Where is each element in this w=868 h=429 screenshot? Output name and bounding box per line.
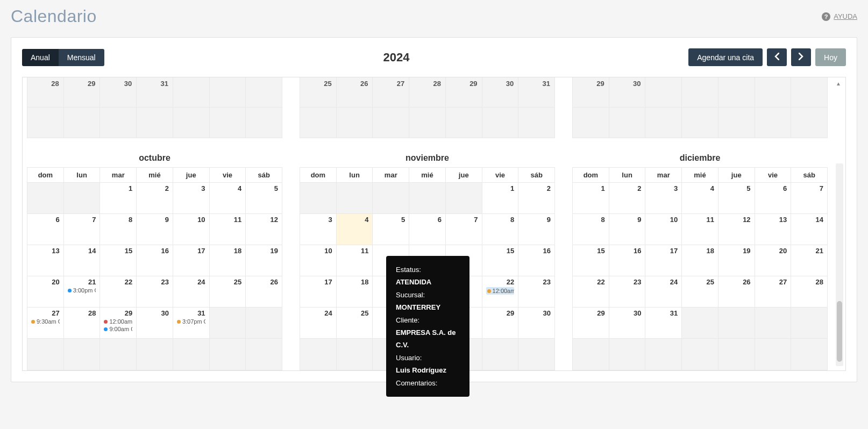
day-cell[interactable]: 20 bbox=[27, 276, 64, 307]
day-cell[interactable]: 2 bbox=[518, 183, 554, 213]
day-cell[interactable]: 21 bbox=[791, 245, 827, 276]
day-cell[interactable]: 29 bbox=[482, 308, 519, 338]
day-cell[interactable]: 30 bbox=[609, 308, 646, 338]
schedule-appointment-button[interactable]: Agendar una cita bbox=[688, 48, 763, 66]
day-cell[interactable]: 28 bbox=[791, 276, 827, 307]
day-cell[interactable]: 7 bbox=[446, 214, 482, 245]
day-cell[interactable]: 10 bbox=[645, 214, 682, 245]
day-cell[interactable]: 15 bbox=[573, 245, 609, 276]
day-cell[interactable]: 29 bbox=[573, 308, 609, 338]
day-cell[interactable]: 7 bbox=[64, 214, 101, 245]
event-item[interactable]: 9:30am C bbox=[31, 318, 60, 325]
day-cell[interactable]: 20 bbox=[755, 245, 792, 276]
day-cell[interactable]: 30 bbox=[137, 308, 173, 338]
day-cell[interactable]: 9 bbox=[137, 214, 173, 245]
prev-day[interactable]: 29 bbox=[573, 77, 609, 107]
day-cell[interactable]: 7 bbox=[791, 183, 827, 213]
prev-day[interactable]: 29 bbox=[446, 77, 482, 107]
day-cell[interactable]: 28 bbox=[64, 308, 101, 338]
day-cell[interactable]: 2 bbox=[137, 183, 173, 213]
day-cell[interactable]: 12 bbox=[246, 214, 282, 245]
day-cell[interactable]: 24 bbox=[645, 276, 682, 307]
day-cell[interactable]: 24 bbox=[300, 308, 337, 338]
day-cell[interactable]: 18 bbox=[682, 245, 718, 276]
day-cell-today[interactable]: 4 bbox=[337, 214, 373, 245]
day-cell[interactable]: 26 bbox=[246, 276, 282, 307]
prev-day[interactable]: 28 bbox=[409, 77, 446, 107]
day-cell[interactable]: 4 bbox=[682, 183, 718, 213]
day-cell[interactable]: 12 bbox=[718, 214, 755, 245]
day-cell[interactable]: 21 3:00pm C bbox=[64, 276, 101, 307]
event-item[interactable]: 9:00am C bbox=[104, 326, 132, 332]
day-cell[interactable]: 23 bbox=[518, 276, 554, 307]
day-cell[interactable]: 13 bbox=[27, 245, 64, 276]
day-cell[interactable]: 18 bbox=[337, 276, 373, 307]
day-cell[interactable]: 1 bbox=[100, 183, 137, 213]
prev-button[interactable] bbox=[767, 48, 787, 66]
day-cell[interactable]: 17 bbox=[300, 276, 337, 307]
day-cell[interactable]: 19 bbox=[718, 245, 755, 276]
day-cell[interactable]: 17 bbox=[173, 245, 210, 276]
day-cell[interactable]: 9 bbox=[609, 214, 646, 245]
prev-day[interactable]: 30 bbox=[609, 77, 646, 107]
day-cell[interactable]: 1 bbox=[573, 183, 609, 213]
day-cell[interactable]: 29 12:00am 9:00am C bbox=[100, 308, 137, 338]
day-cell[interactable]: 25 bbox=[337, 308, 373, 338]
day-cell[interactable]: 25 bbox=[682, 276, 718, 307]
day-cell[interactable]: 31 3:07pm C bbox=[173, 308, 210, 338]
day-cell[interactable]: 16 bbox=[609, 245, 646, 276]
day-cell[interactable]: 13 bbox=[755, 214, 792, 245]
prev-day[interactable]: 29 bbox=[64, 77, 101, 107]
day-cell[interactable]: 5 bbox=[373, 214, 409, 245]
day-cell[interactable]: 26 bbox=[718, 276, 755, 307]
prev-day[interactable]: 28 bbox=[27, 77, 64, 107]
day-cell[interactable]: 22 bbox=[573, 276, 609, 307]
day-cell[interactable]: 22 12:00am bbox=[482, 276, 519, 307]
scrollbar[interactable] bbox=[836, 163, 843, 366]
next-button[interactable] bbox=[791, 48, 811, 66]
day-cell[interactable]: 5 bbox=[718, 183, 755, 213]
scroll-up-icon[interactable]: ▲ bbox=[836, 81, 841, 87]
day-cell[interactable]: 4 bbox=[210, 183, 246, 213]
day-cell[interactable]: 8 bbox=[482, 214, 519, 245]
day-cell[interactable]: 22 bbox=[100, 276, 137, 307]
event-item[interactable]: 3:00pm C bbox=[68, 287, 96, 294]
day-cell[interactable]: 17 bbox=[645, 245, 682, 276]
today-button[interactable]: Hoy bbox=[815, 48, 846, 66]
day-cell[interactable]: 6 bbox=[409, 214, 446, 245]
day-cell[interactable]: 30 bbox=[518, 308, 554, 338]
prev-day[interactable]: 30 bbox=[100, 77, 137, 107]
day-cell[interactable]: 15 bbox=[482, 245, 519, 276]
prev-day[interactable]: 30 bbox=[482, 77, 519, 107]
event-item[interactable]: 12:00am bbox=[104, 318, 132, 325]
day-cell[interactable]: 11 bbox=[337, 245, 373, 276]
day-cell[interactable]: 14 bbox=[64, 245, 101, 276]
prev-day[interactable]: 25 bbox=[300, 77, 337, 107]
prev-day[interactable]: 26 bbox=[337, 77, 373, 107]
day-cell[interactable]: 27 9:30am C bbox=[27, 308, 64, 338]
day-cell[interactable]: 3 bbox=[173, 183, 210, 213]
prev-day[interactable]: 27 bbox=[373, 77, 409, 107]
day-cell[interactable]: 23 bbox=[137, 276, 173, 307]
day-cell[interactable]: 6 bbox=[27, 214, 64, 245]
view-mensual-button[interactable]: Mensual bbox=[59, 49, 104, 66]
day-cell[interactable]: 3 bbox=[645, 183, 682, 213]
event-item[interactable]: 3:07pm C bbox=[177, 318, 205, 325]
prev-day[interactable]: 31 bbox=[518, 77, 554, 107]
day-cell[interactable]: 18 bbox=[210, 245, 246, 276]
prev-day[interactable]: 31 bbox=[137, 77, 173, 107]
day-cell[interactable]: 23 bbox=[609, 276, 646, 307]
day-cell[interactable]: 2 bbox=[609, 183, 646, 213]
day-cell[interactable]: 10 bbox=[173, 214, 210, 245]
help-link[interactable]: ? AYUDA bbox=[822, 12, 857, 21]
day-cell[interactable]: 3 bbox=[300, 214, 337, 245]
day-cell[interactable]: 8 bbox=[100, 214, 137, 245]
day-cell[interactable]: 31 bbox=[645, 308, 682, 338]
view-anual-button[interactable]: Anual bbox=[22, 49, 59, 66]
event-item-selected[interactable]: 12:00am bbox=[486, 287, 515, 295]
day-cell[interactable]: 9 bbox=[518, 214, 554, 245]
day-cell[interactable]: 16 bbox=[137, 245, 173, 276]
day-cell[interactable]: 14 bbox=[791, 214, 827, 245]
day-cell[interactable]: 27 bbox=[755, 276, 792, 307]
day-cell[interactable]: 11 bbox=[210, 214, 246, 245]
